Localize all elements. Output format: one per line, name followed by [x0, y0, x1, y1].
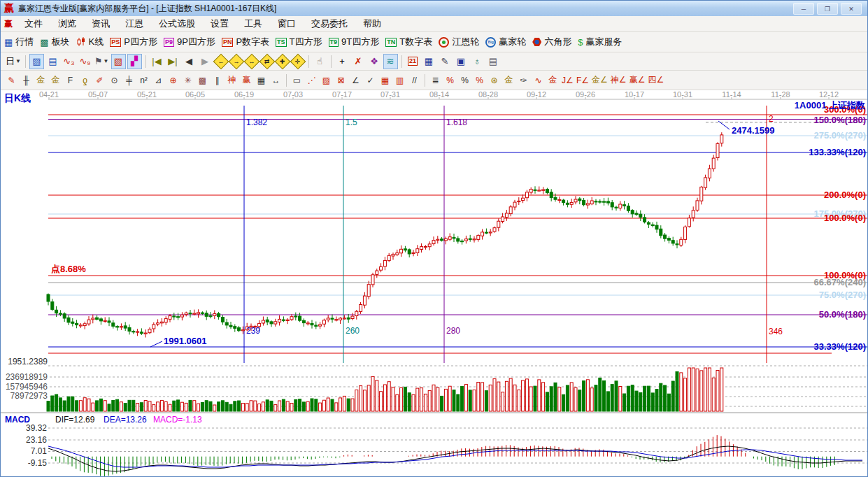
svg-text:275.0%(270): 275.0%(270): [814, 130, 866, 141]
chart-region: 04-2105-0705-2106-0506-1907-0307-1707-31…: [1, 1, 868, 477]
svg-text:1951.2389: 1951.2389: [8, 357, 48, 366]
svg-text:-9.15: -9.15: [28, 458, 48, 468]
svg-text:200.0%(0): 200.0%(0): [824, 190, 866, 200]
chart-annotations: 点8.68%1991.06012474.1599: [51, 121, 774, 347]
svg-text:2474.1599: 2474.1599: [732, 125, 774, 136]
svg-text:280: 280: [446, 326, 460, 336]
macd-histogram: [52, 435, 834, 476]
svg-text:66.67%(240): 66.67%(240): [814, 277, 866, 287]
svg-text:157945946: 157945946: [6, 382, 48, 392]
svg-text:150.0%(180): 150.0%(180): [814, 115, 866, 125]
svg-text:39.32: 39.32: [26, 423, 47, 433]
svg-text:33.33%(120): 33.33%(120): [814, 341, 866, 352]
svg-text:75.0%(270): 75.0%(270): [819, 290, 866, 300]
candlestick-series: [47, 132, 723, 337]
svg-text:78972973: 78972973: [10, 391, 48, 401]
svg-text:7.01: 7.01: [31, 446, 48, 456]
macd-axis: 39.3223.167.01-9.15: [26, 423, 868, 468]
svg-text:2: 2: [769, 114, 774, 124]
svg-text:239: 239: [246, 326, 260, 336]
svg-text:点8.68%: 点8.68%: [51, 264, 86, 274]
svg-text:346: 346: [769, 327, 783, 336]
svg-text:300.0%(0): 300.0%(0): [824, 104, 866, 115]
svg-text:1.382: 1.382: [246, 118, 267, 127]
svg-text:236918919: 236918919: [6, 372, 48, 382]
svg-text:1.618: 1.618: [446, 118, 467, 127]
app-window: 赢 赢家江恩专业版[赢家内部服务平台] - [上证指数 SH1A0001-167…: [0, 0, 868, 477]
macd-dea-line: [48, 446, 862, 467]
gann-vline-labels: 1.3822391.52601.6182802346: [246, 114, 783, 336]
svg-text:260: 260: [346, 326, 360, 336]
svg-text:23.16: 23.16: [26, 435, 47, 445]
svg-text:1.5: 1.5: [346, 118, 357, 127]
svg-text:50.0%(180): 50.0%(180): [819, 309, 866, 320]
date-axis: 04-2105-0705-2106-0506-1907-0307-1707-31…: [39, 90, 868, 99]
svg-text:100.0%(0): 100.0%(0): [824, 213, 866, 223]
svg-text:1991.0601: 1991.0601: [164, 336, 206, 346]
chart-canvas[interactable]: 04-2105-0705-2106-0506-1907-0307-1707-31…: [1, 1, 868, 477]
volume-series: [47, 368, 723, 411]
svg-text:133.33%(120): 133.33%(120): [809, 147, 866, 157]
